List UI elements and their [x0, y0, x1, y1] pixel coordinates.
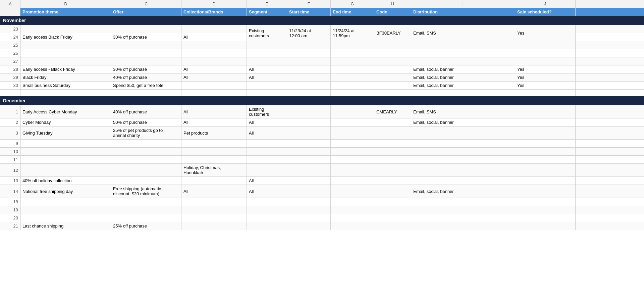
col-header-f: F — [287, 0, 331, 8]
row-number: 30 — [0, 82, 20, 90]
section-november-label: November — [0, 16, 644, 25]
row-number: 3 — [0, 126, 20, 140]
row-number: 26 — [0, 49, 20, 57]
table-row: 28Early access - Black Friday30% off pur… — [0, 65, 644, 73]
column-headers-row: Promotion theme Offer Collections/Brands… — [0, 8, 644, 16]
cell-segment: Existing customers — [247, 25, 287, 41]
row-number: 25 — [0, 41, 20, 49]
table-row: 1340% off holiday collectionAll — [0, 177, 644, 185]
cell-sale: Yes — [515, 25, 576, 41]
section-december: December — [0, 96, 644, 105]
cell-distribution: Email, SMS — [411, 25, 515, 41]
header-extra — [576, 8, 644, 16]
row-number: 2 — [0, 118, 20, 126]
row-number: 23 — [0, 25, 20, 33]
table-row: 26 — [0, 49, 644, 57]
header-start-time: Start time — [287, 8, 331, 16]
cell-end-time: 11/24/24 at 11:59pm — [331, 25, 374, 41]
table-row: 21Last chance shipping25% off purchase — [0, 222, 644, 230]
row-number: 1 — [0, 105, 20, 118]
table-row: 18 — [0, 198, 644, 206]
row-number: 9 — [0, 140, 20, 148]
table-row: 3Giving Tuesday25% of pet products go to… — [0, 126, 644, 140]
header-sale-scheduled: Sale scheduled? — [515, 8, 576, 16]
table-row: 20 — [0, 214, 644, 222]
row-number: 18 — [0, 198, 20, 206]
header-code: Code — [374, 8, 411, 16]
col-header-b: B — [20, 0, 111, 8]
section-december-label: December — [0, 96, 644, 105]
col-header-g: G — [331, 0, 374, 8]
table-row: 2Cyber Monday50% off purchaseAllAllEmail… — [0, 118, 644, 126]
column-letters-row: A B C D E F G H I J — [0, 0, 644, 8]
table-row: 19 — [0, 206, 644, 214]
table-row: 10 — [0, 148, 644, 156]
col-header-d: D — [181, 0, 247, 8]
col-header-c: C — [111, 0, 181, 8]
header-offer: Offer — [111, 8, 181, 16]
table-row: 11 — [0, 156, 644, 164]
header-distribution: Distribution — [411, 8, 515, 16]
row-number: 11 — [0, 156, 20, 164]
table-row: 30Small business SaturdaySpend $50, get … — [0, 82, 644, 90]
cell-start-time: 11/23/24 at 12:00 am — [287, 25, 331, 41]
col-header-h: H — [374, 0, 411, 8]
table-row: 14National free shipping dayFree shippin… — [0, 185, 644, 198]
row-number: 10 — [0, 148, 20, 156]
row-number: 13 — [0, 177, 20, 185]
col-header-j: J — [515, 0, 576, 8]
row-number: 27 — [0, 57, 20, 65]
row-number: 19 — [0, 206, 20, 214]
header-collections-brands: Collections/Brands — [181, 8, 247, 16]
col-header-extra — [576, 0, 644, 8]
row-number: 12 — [0, 164, 20, 177]
header-segment: Segment — [247, 8, 287, 16]
section-november: November — [0, 16, 644, 25]
row-number: 14 — [0, 185, 20, 198]
empty-separator — [0, 90, 644, 96]
table-row: 29Black Friday40% off purchaseAllAllEmai… — [0, 73, 644, 82]
spreadsheet-container: A B C D E F G H I J Promotion theme Offe… — [0, 0, 644, 230]
header-promotion-theme: Promotion theme — [20, 8, 111, 16]
table-row: 27 — [0, 57, 644, 65]
header-end-time: End time — [331, 8, 374, 16]
table-row: 1Early Access Cyber Monday40% off purcha… — [0, 105, 644, 118]
col-header-i: I — [411, 0, 515, 8]
row-number: 28 — [0, 65, 20, 73]
cell-code: BF30EARLY — [374, 25, 411, 41]
table-row: 9 — [0, 140, 644, 148]
row-number: 24 — [0, 33, 20, 41]
row-number: 29 — [0, 73, 20, 82]
col-header-a: A — [0, 0, 20, 8]
header-row-num — [0, 8, 20, 16]
table-row: 25 — [0, 41, 644, 49]
row-number: 21 — [0, 222, 20, 230]
spreadsheet-table: A B C D E F G H I J Promotion theme Offe… — [0, 0, 644, 230]
table-row: 23Existing customers11/23/24 at 12:00 am… — [0, 25, 644, 33]
row-number: 20 — [0, 214, 20, 222]
col-header-e: E — [247, 0, 287, 8]
table-row: 12Holiday, Christmas, Hanukkah — [0, 164, 644, 177]
